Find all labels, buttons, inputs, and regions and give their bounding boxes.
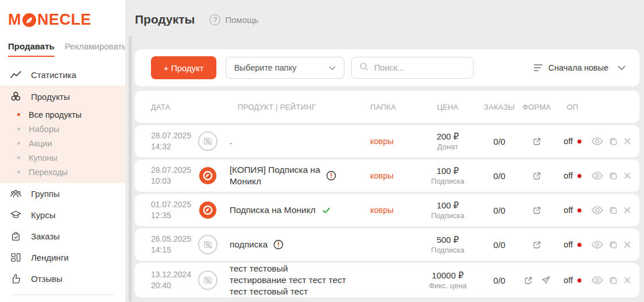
monecle-o-icon bbox=[22, 13, 37, 28]
sidebar-subitem-sets[interactable]: Наборы bbox=[0, 122, 125, 136]
bullet-icon bbox=[17, 171, 20, 173]
send-icon[interactable] bbox=[541, 275, 551, 285]
search-input[interactable] bbox=[374, 63, 460, 72]
external-link-icon[interactable] bbox=[523, 275, 534, 286]
cell-form bbox=[519, 275, 554, 286]
subitem-label: Акции bbox=[29, 139, 52, 148]
external-link-icon[interactable] bbox=[532, 205, 542, 216]
copy-icon[interactable] bbox=[608, 206, 618, 215]
status-dot-icon bbox=[577, 208, 581, 212]
cell-form bbox=[519, 205, 554, 216]
monecle-logo[interactable]: MNECLE bbox=[0, 0, 125, 29]
cell-orders: 0/0 bbox=[479, 171, 519, 181]
check-icon bbox=[321, 206, 331, 215]
external-link-icon[interactable] bbox=[532, 136, 542, 147]
sidebar-item-partner-program[interactable]: Партнерская программа bbox=[0, 300, 125, 302]
sidebar-subitem-all-products[interactable]: Все продукты bbox=[0, 107, 125, 122]
product-name[interactable]: Подписка на Моникл bbox=[230, 204, 316, 216]
sort-control[interactable]: Сначала новые bbox=[534, 63, 626, 73]
eye-icon[interactable] bbox=[591, 171, 603, 180]
cell-folder: ковры bbox=[367, 171, 416, 181]
bullet-icon bbox=[17, 127, 20, 130]
logo-text-prefix: M bbox=[8, 10, 21, 29]
close-icon[interactable] bbox=[623, 241, 631, 249]
eye-icon[interactable] bbox=[591, 137, 603, 146]
cell-price: 500 ₽Подписка bbox=[416, 234, 479, 255]
tab-sell[interactable]: Продавать bbox=[8, 41, 55, 57]
people-icon bbox=[9, 188, 22, 200]
status-dot-icon bbox=[577, 278, 581, 282]
op-status: off bbox=[564, 276, 573, 285]
sidebar-item-statistics[interactable]: Статистика bbox=[0, 64, 125, 86]
sidebar-item-orders[interactable]: Заказы bbox=[0, 226, 125, 247]
copy-icon[interactable] bbox=[608, 171, 618, 181]
cell-actions bbox=[591, 276, 633, 285]
external-link-icon[interactable] bbox=[532, 171, 542, 181]
op-status: off bbox=[564, 206, 573, 215]
eye-icon[interactable] bbox=[591, 206, 603, 215]
cell-thumbnail bbox=[198, 131, 230, 151]
cell-thumbnail bbox=[198, 200, 230, 220]
status-dot-icon bbox=[577, 140, 581, 144]
cell-form bbox=[519, 136, 554, 147]
cell-orders: 0/0 bbox=[479, 206, 519, 215]
status-dot-icon bbox=[577, 243, 581, 247]
table-row: 26.05.202514:15 подписка 500 ₽Подписка 0… bbox=[135, 229, 639, 261]
sidebar-subitem-promos[interactable]: Акции bbox=[0, 136, 125, 150]
tab-advertise[interactable]: Рекламировать bbox=[65, 41, 125, 56]
close-icon[interactable] bbox=[623, 206, 631, 214]
copy-icon[interactable] bbox=[608, 276, 618, 285]
column-header-product-rating: ПРОДУКТ | РЕЙТИНГ bbox=[230, 103, 367, 111]
sidebar-item-landings[interactable]: Лендинги bbox=[0, 247, 125, 268]
layout-grid-icon bbox=[9, 251, 22, 264]
folder-link[interactable]: ковры bbox=[370, 171, 394, 180]
close-icon[interactable] bbox=[623, 172, 631, 180]
add-product-button[interactable]: + Продукт bbox=[151, 56, 216, 79]
warning-icon bbox=[326, 171, 336, 181]
column-header-orders: ЗАКАЗЫ bbox=[479, 103, 519, 111]
folder-link[interactable]: ковры bbox=[370, 137, 394, 146]
sidebar-item-reviews[interactable]: Отзывы bbox=[0, 268, 125, 289]
sidebar-item-courses[interactable]: Курсы bbox=[0, 204, 125, 226]
sidebar-subitem-coupons[interactable]: Купоны bbox=[0, 150, 125, 165]
eye-icon[interactable] bbox=[591, 276, 603, 285]
sidebar-item-label: Отзывы bbox=[31, 274, 63, 284]
cell-date: 01.07.202512:35 bbox=[151, 199, 198, 221]
monecle-logo-icon bbox=[198, 200, 218, 220]
column-header-op: ОП bbox=[554, 103, 591, 111]
help-button[interactable]: ? Помощь bbox=[210, 14, 258, 25]
product-name[interactable]: подписка bbox=[230, 239, 267, 250]
bullet-icon bbox=[17, 142, 20, 145]
cell-form bbox=[519, 171, 554, 181]
folder-select[interactable]: Выберите папку bbox=[226, 57, 344, 79]
product-name[interactable]: тест тестовый тестирование тест тест тес… bbox=[230, 263, 346, 297]
no-photo-icon bbox=[198, 131, 218, 151]
product-name[interactable]: . bbox=[230, 135, 232, 147]
folder-link[interactable]: ковры bbox=[370, 206, 394, 215]
external-link-icon[interactable] bbox=[532, 239, 542, 250]
cell-date: 26.05.202514:15 bbox=[151, 234, 198, 255]
search-box bbox=[351, 57, 474, 79]
scrollbar-thumb[interactable] bbox=[129, 36, 132, 302]
cell-product: . bbox=[230, 135, 367, 147]
cubes-icon bbox=[9, 90, 22, 103]
sort-lines-icon bbox=[534, 64, 542, 71]
subitem-label: Переходы bbox=[29, 168, 68, 177]
product-name[interactable]: [КОПИЯ] Подписка на Моникл bbox=[230, 164, 320, 187]
cell-date: 13.12.202420:40 bbox=[151, 269, 198, 291]
sidebar-item-groups[interactable]: Группы bbox=[0, 183, 125, 204]
eye-icon[interactable] bbox=[591, 240, 603, 249]
no-photo-icon bbox=[198, 270, 218, 290]
sidebar-subitem-redirects[interactable]: Переходы bbox=[0, 165, 125, 179]
close-icon[interactable] bbox=[623, 137, 631, 145]
chevron-down-icon bbox=[618, 63, 626, 73]
sidebar-nav: Статистика Продукты Все продукты Наборы … bbox=[0, 64, 125, 302]
op-status: off bbox=[564, 171, 573, 180]
copy-icon[interactable] bbox=[608, 240, 618, 250]
close-icon[interactable] bbox=[623, 276, 631, 284]
cell-actions bbox=[591, 137, 633, 146]
copy-icon[interactable] bbox=[608, 137, 618, 146]
question-circle-icon: ? bbox=[210, 14, 220, 25]
sidebar-item-products[interactable]: Продукты bbox=[0, 86, 125, 107]
sidebar-divider bbox=[11, 295, 114, 295]
